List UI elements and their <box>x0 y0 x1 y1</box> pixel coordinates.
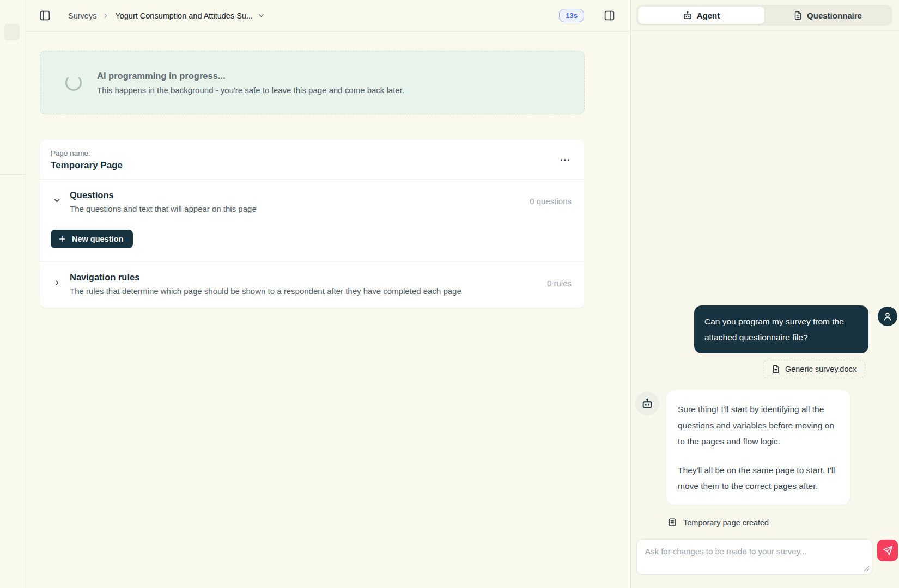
tab-agent-label: Agent <box>697 11 720 20</box>
agent-message-paragraph-2: They'll all be on the same page to start… <box>678 462 839 494</box>
robot-icon <box>683 10 693 20</box>
navigation-count: 0 rules <box>547 272 572 288</box>
sidebar-toggle-button[interactable] <box>37 8 53 23</box>
tab-agent[interactable]: Agent <box>638 7 764 24</box>
page-card-header: Page name: Temporary Page <box>40 140 585 179</box>
timer-badge: 13s <box>559 9 584 22</box>
user-message-bubble: Can you program my survey from the attac… <box>694 305 868 353</box>
page-card: Page name: Temporary Page Questions The <box>40 140 585 308</box>
breadcrumb: Surveys Yogurt Consumption and Attitudes… <box>68 11 265 20</box>
main-header: Surveys Yogurt Consumption and Attitudes… <box>26 0 630 32</box>
spinner-icon <box>65 75 82 91</box>
tab-questionnaire[interactable]: Questionnaire <box>764 7 891 24</box>
banner-title: AI programming in progress... <box>97 71 404 81</box>
navigation-title: Navigation rules <box>70 272 461 283</box>
agent-message-bubble: Sure thing! I'll start by identifying al… <box>666 390 850 505</box>
agent-avatar <box>635 391 659 415</box>
status-row: Temporary page created <box>631 518 899 527</box>
composer <box>631 539 899 588</box>
document-icon <box>772 365 780 373</box>
navigation-expand-button[interactable] <box>50 275 64 290</box>
paper-plane-icon <box>883 546 893 556</box>
user-avatar <box>878 307 897 326</box>
breadcrumb-current-survey[interactable]: Yogurt Consumption and Attitudes Su... <box>115 11 265 20</box>
resize-handle-icon[interactable] <box>864 566 870 572</box>
attachment-chip[interactable]: Generic survey.docx <box>763 360 865 378</box>
document-icon <box>793 11 803 20</box>
attachment-row: Generic survey.docx <box>631 360 899 378</box>
page-menu-button[interactable] <box>558 157 572 163</box>
questions-text: Questions The questions and text that wi… <box>70 190 257 213</box>
chevron-down-icon <box>53 197 61 205</box>
chevron-down-icon <box>257 11 265 20</box>
status-text: Temporary page created <box>683 518 769 527</box>
ellipsis-icon <box>561 159 570 161</box>
right-panel-toggle-button[interactable] <box>602 8 617 23</box>
panel-right-icon <box>604 10 615 21</box>
new-question-label: New question <box>72 235 123 243</box>
new-question-wrap: New question <box>40 225 585 261</box>
ai-progress-banner: AI programming in progress... This happe… <box>40 51 585 114</box>
composer-input-wrap <box>636 539 872 577</box>
page-name-block: Page name: Temporary Page <box>51 149 123 171</box>
robot-icon <box>641 397 653 409</box>
left-rail <box>0 0 26 588</box>
send-button[interactable] <box>877 540 898 561</box>
page-name-value: Temporary Page <box>51 160 123 171</box>
panel-left-icon <box>39 10 51 21</box>
questions-count: 0 questions <box>530 190 572 206</box>
questions-collapse-button[interactable] <box>50 193 64 208</box>
assistant-panel: Agent Questionnaire Can you program my s… <box>630 0 899 588</box>
main-body: AI programming in progress... This happe… <box>26 32 630 308</box>
page-name-label: Page name: <box>51 149 123 157</box>
agent-message-row: Sure thing! I'll start by identifying al… <box>631 390 899 505</box>
questions-description: The questions and text that will appear … <box>70 204 257 213</box>
chat-thread: Can you program my survey from the attac… <box>631 31 899 539</box>
chevron-right-icon <box>53 279 61 287</box>
new-question-button[interactable]: New question <box>51 230 133 248</box>
journal-icon <box>667 518 677 527</box>
questions-title: Questions <box>70 190 257 200</box>
chat-input[interactable] <box>636 539 872 575</box>
banner-text: AI programming in progress... This happe… <box>97 71 404 95</box>
attachment-filename: Generic survey.docx <box>785 365 857 373</box>
navigation-text: Navigation rules The rules that determin… <box>70 272 461 296</box>
rail-divider <box>0 174 26 175</box>
breadcrumb-surveys-link[interactable]: Surveys <box>68 11 96 20</box>
user-message-row: Can you program my survey from the attac… <box>631 305 899 353</box>
chevron-right-icon <box>102 12 110 20</box>
navigation-description: The rules that determine which page shou… <box>70 286 461 296</box>
banner-subtitle: This happens in the background - you're … <box>97 85 404 95</box>
tab-questionnaire-label: Questionnaire <box>807 11 862 20</box>
person-icon <box>882 311 893 322</box>
survey-title: Yogurt Consumption and Attitudes Su... <box>115 11 253 20</box>
navigation-rules-row[interactable]: Navigation rules The rules that determin… <box>40 262 585 308</box>
main-area: Surveys Yogurt Consumption and Attitudes… <box>26 0 630 588</box>
panel-tab-bar: Agent Questionnaire <box>636 5 892 26</box>
rail-placeholder <box>4 24 20 40</box>
plus-icon <box>58 235 66 243</box>
agent-message-paragraph-1: Sure thing! I'll start by identifying al… <box>678 401 839 449</box>
questions-section-row[interactable]: Questions The questions and text that wi… <box>40 180 585 225</box>
assistant-panel-header: Agent Questionnaire <box>631 0 899 31</box>
